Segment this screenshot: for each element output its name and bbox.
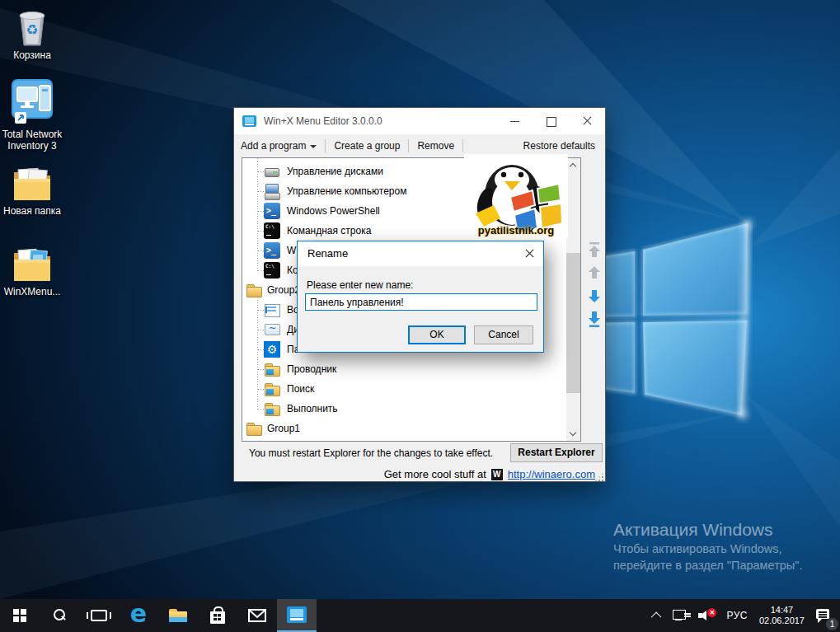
create-a-group-button[interactable]: Create a group [327,137,406,155]
total-network-inventory-icon [9,77,55,127]
restore-defaults-button[interactable]: Restore defaults [517,137,602,155]
store-button[interactable] [198,599,237,632]
svg-text:♻: ♻ [26,22,38,38]
move-to-top-button[interactable] [584,241,605,260]
tree-item[interactable]: Group1 [242,419,566,438]
add-a-program-button[interactable]: Add a program [234,137,323,155]
window-title: Win+X Menu Editor 3.0.0.0 [264,108,382,134]
cancel-button[interactable]: Cancel [474,325,533,344]
watermark-title: Активация Windows [613,519,802,541]
toolbar-separator [408,139,409,152]
clock[interactable]: 14:47 02.06.2017 [755,599,809,632]
ok-button[interactable]: OK [408,325,466,344]
dialog-title-bar[interactable]: Rename [298,241,543,266]
recycle-bin-icon: ♻ [12,7,52,48]
tree-item-label: W [287,241,296,260]
add-a-program-label: Add a program [241,140,306,152]
run-folder-icon [264,400,280,417]
desktop-icon-new-folder[interactable]: Новая папка [0,166,64,217]
desktop-icon-total-network-inventory[interactable]: Total Network Inventory 3 [0,77,64,152]
toolbar-separator [462,139,463,152]
file-explorer-icon [169,609,187,622]
winaero-icon: W [491,469,503,480]
notification-lines [819,611,827,613]
resize-grip-icon[interactable] [596,474,603,481]
disk-management-icon [264,163,280,180]
tree-item[interactable]: Поиск [242,379,566,399]
scroll-down-button[interactable] [566,427,580,441]
explorer-folder-icon [264,361,280,377]
tree-item-label: Group1 [267,419,300,438]
volume-tray-button[interactable]: ✕ [694,599,719,632]
vertical-scrollbar[interactable] [566,158,580,441]
network-tray-button[interactable] [669,599,691,632]
move-down-icon [587,288,602,303]
taskbar-search-button[interactable] [40,599,79,632]
dialog-title: Rename [307,241,348,266]
tree-item-label: Управление дисками [287,162,383,181]
desktop-icon-label: Корзина [0,49,64,61]
powershell-icon [264,242,280,259]
move-down-button[interactable] [584,287,605,307]
chevron-down-icon [570,429,576,436]
action-center-button[interactable]: 1 [812,599,835,632]
remove-button[interactable]: Remove [411,137,461,155]
dialog-close-button[interactable] [515,241,543,266]
language-indicator[interactable]: РУС [722,599,752,632]
toolbar-separator [325,139,326,152]
tree-item-label: Windows PowerShell [287,201,380,221]
scroll-up-button[interactable] [566,158,580,172]
move-to-bottom-icon [587,311,602,327]
mail-button[interactable] [237,599,277,632]
winx-menu-editor-taskbar-button[interactable] [277,599,317,632]
new-name-input[interactable] [305,293,537,311]
edge-button[interactable]: e [119,599,158,632]
desktop-icon-label: WinXMenu... [0,286,64,297]
computer-management-icon [264,183,280,199]
watermark-line1: Чтобы активировать Windows, [613,541,802,557]
activation-watermark: Активация Windows Чтобы активировать Win… [613,519,802,573]
desktop-icon-winxmenu-folder[interactable]: WinXMenu... [0,246,64,297]
tray-time: 14:47 [759,605,805,616]
tree-item-label: Проводник [287,359,336,379]
network-icon [673,610,687,621]
folder-icon [12,166,53,204]
scrollbar-thumb[interactable] [566,253,580,393]
tree-item[interactable]: Выполнить [242,399,566,419]
start-button[interactable] [0,599,40,632]
desktop-icon-label: Новая папка [0,205,64,217]
minimize-button[interactable] [496,108,533,134]
close-button[interactable] [569,108,606,134]
group-folder-icon [246,420,262,437]
promo-line: Get more cool stuff at W http://winaero.… [384,468,595,480]
move-to-bottom-button[interactable] [584,310,605,330]
restart-note: You must restart Explorer for the change… [249,447,493,459]
task-view-button[interactable] [79,599,119,632]
tray-expand-button[interactable] [650,599,665,632]
winaero-link[interactable]: http://winaero.com [508,468,595,480]
file-explorer-button[interactable] [158,599,198,632]
search-icon [52,608,67,623]
pyatilistnik-logo: pyatilistnik.org [464,154,568,238]
watermark-line2: перейдите в раздел "Параметры". [613,557,802,573]
dropdown-caret-icon [310,145,317,148]
chevron-up-icon [570,163,576,170]
windows-start-icon [13,609,26,622]
tree-item[interactable]: Проводник [242,359,566,379]
app-window-icon [242,115,256,127]
winx-folder-icon [12,246,53,284]
promo-text: Get more cool stuff at [384,468,486,480]
cmd-icon [264,262,280,279]
desktop-icon-recycle-bin[interactable]: ♻ Корзина [0,7,64,61]
group-folder-icon [246,282,262,298]
title-bar[interactable]: Win+X Menu Editor 3.0.0.0 [234,108,605,134]
taskbar: e ✕ РУС 14:47 02.06.2017 [0,599,840,632]
maximize-button[interactable] [533,108,569,134]
desktop: Активация Windows Чтобы активировать Win… [0,0,840,632]
restart-explorer-button[interactable]: Restart Explorer [510,443,603,462]
task-view-icon [91,610,107,621]
move-up-button[interactable] [584,264,605,283]
desktop-icon-label: Total Network Inventory 3 [0,129,64,152]
move-to-top-icon [587,242,602,258]
tray-date: 02.06.2017 [759,616,805,626]
